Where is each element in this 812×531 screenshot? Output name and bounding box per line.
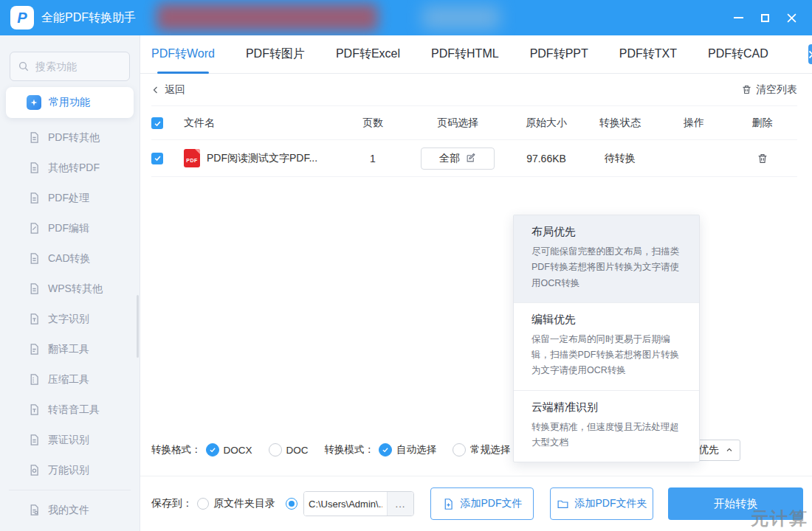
pref-option-layout-priority[interactable]: 布局优先 尽可能保留完整的图文布局，扫描类PDF转换若想将图片转换为文字请使用O… xyxy=(514,215,699,303)
table-row: PDF PDF阅读测试文字PDF... 1 全部 97.66KB 待转换 xyxy=(151,140,797,177)
tab-pdf-to-excel[interactable]: PDF转Excel xyxy=(336,35,400,74)
add-pdf-file-button[interactable]: 添加PDF文件 xyxy=(430,487,534,520)
sidebar-item-ticket-recognition[interactable]: 票证识别 xyxy=(0,425,140,455)
col-header-status: 转换状态 xyxy=(599,117,641,130)
app-title: 全能PDF转换助手 xyxy=(41,0,136,35)
col-header-action: 操作 xyxy=(684,117,704,130)
sidebar-item-pdf-edit[interactable]: PDF编辑 xyxy=(0,213,140,243)
preference-dropdown-panel: 布局优先 尽可能保留完整的图文布局，扫描类PDF转换若想将图片转换为文字请使用O… xyxy=(513,215,700,462)
sidebar-item-common-functions[interactable]: 常用功能 xyxy=(6,87,134,118)
to-speech-tool-icon xyxy=(28,403,41,416)
sidebar-item-label: CAD转换 xyxy=(48,252,91,266)
delete-row-button[interactable] xyxy=(757,153,768,164)
pref-option-desc: 保留一定布局的同时更易于后期编辑，扫描类PDF转换若想将图片转换为文字请使用OC… xyxy=(531,332,681,379)
trash-icon xyxy=(741,84,752,95)
sidebar-item-label: 万能识别 xyxy=(48,464,89,477)
format-label: 转换格式： xyxy=(151,443,202,457)
mode-option-auto[interactable]: 自动选择 xyxy=(379,443,436,457)
pdf-file-icon: PDF xyxy=(184,149,200,167)
radio-checked-icon xyxy=(206,443,219,457)
add-pdf-file-label: 添加PDF文件 xyxy=(461,497,523,510)
pref-option-edit-priority[interactable]: 编辑优先 保留一定布局的同时更易于后期编辑，扫描类PDF转换若想将图片转换为文字… xyxy=(514,303,699,391)
clear-list-label: 清空列表 xyxy=(756,83,797,97)
close-window-button[interactable] xyxy=(778,4,805,31)
mode-option-normal[interactable]: 常规选择 xyxy=(453,443,510,457)
sidebar-item-universal-recognition[interactable]: 万能识别 xyxy=(0,455,140,485)
col-header-page-select: 页码选择 xyxy=(437,117,478,130)
sidebar-item-other-to-pdf[interactable]: 其他转PDF xyxy=(0,153,140,183)
sidebar-nav: 常用功能 PDF转其他 其他转PDF PDF处理 PDF编辑 CAD转换 xyxy=(0,87,140,525)
row-checkbox[interactable] xyxy=(151,153,163,164)
back-button[interactable]: 返回 xyxy=(151,83,185,97)
format-option-doc[interactable]: DOC xyxy=(269,443,309,457)
watermark: 元计算 xyxy=(751,507,808,530)
close-icon xyxy=(808,50,812,59)
sidebar-item-label: 文字识别 xyxy=(48,313,89,326)
file-size: 97.66KB xyxy=(526,153,566,164)
tab-pdf-to-html[interactable]: PDF转HTML xyxy=(431,35,499,74)
check-icon xyxy=(154,154,162,162)
format-option-docx[interactable]: DOCX xyxy=(206,443,252,457)
logo-letter: P xyxy=(17,10,27,27)
pref-option-desc: 尽可能保留完整的图文布局，扫描类PDF转换若想将图片转换为文字请使用OCR转换 xyxy=(531,244,681,291)
close-panel-button[interactable] xyxy=(808,44,812,64)
select-all-checkbox[interactable] xyxy=(151,117,163,129)
tab-pdf-to-cad[interactable]: PDF转CAD xyxy=(708,35,768,74)
blurred-banner-secondary xyxy=(422,6,500,30)
add-pdf-folder-button[interactable]: 添加PDF文件夹 xyxy=(550,487,653,520)
col-header-pages: 页数 xyxy=(362,117,383,130)
maximize-icon xyxy=(761,14,769,22)
sidebar-scrollbar[interactable] xyxy=(137,295,139,358)
tab-pdf-to-ppt[interactable]: PDF转PPT xyxy=(530,35,588,74)
text-recognition-icon xyxy=(28,313,41,325)
ticket-recognition-icon xyxy=(28,434,41,446)
sidebar-item-to-speech-tool[interactable]: 转语音工具 xyxy=(0,395,140,425)
save-original-radio[interactable] xyxy=(197,498,209,510)
sidebar-item-my-files[interactable]: 我的文件 xyxy=(0,495,140,525)
tab-pdf-to-word[interactable]: PDF转Word xyxy=(151,35,215,74)
sidebar-item-label: 压缩工具 xyxy=(48,373,89,386)
file-name-cell: PDF PDF阅读测试文字PDF... xyxy=(184,149,343,167)
sidebar-item-text-recognition[interactable]: 文字识别 xyxy=(0,304,140,334)
add-pdf-folder-label: 添加PDF文件夹 xyxy=(575,497,647,510)
sidebar-item-translate-tool[interactable]: 翻译工具 xyxy=(0,334,140,364)
mode-option-label: 自动选择 xyxy=(396,443,436,457)
pref-option-title: 布局优先 xyxy=(531,225,681,239)
list-toolbar: 返回 清空列表 xyxy=(151,74,797,106)
sidebar-item-wps-to-other[interactable]: WPS转其他 xyxy=(0,274,140,304)
sidebar-item-pdf-process[interactable]: PDF处理 xyxy=(0,183,140,213)
universal-recognition-icon xyxy=(28,464,41,476)
minimize-button[interactable] xyxy=(725,4,751,31)
search-box[interactable] xyxy=(10,52,130,81)
browse-path-button[interactable]: ... xyxy=(387,492,413,516)
sidebar-item-label: 翻译工具 xyxy=(48,343,89,356)
radio-unchecked-icon xyxy=(453,443,466,457)
save-path-input[interactable] xyxy=(304,492,387,516)
sidebar-item-label: PDF编辑 xyxy=(48,222,89,235)
maximize-button[interactable] xyxy=(751,4,778,31)
page-select-button[interactable]: 全部 xyxy=(421,148,495,170)
radio-unchecked-icon xyxy=(269,443,282,457)
mode-option-label: 常规选择 xyxy=(470,443,510,457)
tab-pdf-to-txt[interactable]: PDF转TXT xyxy=(619,35,677,74)
common-functions-icon xyxy=(27,95,41,110)
sidebar-item-cad-convert[interactable]: CAD转换 xyxy=(0,243,140,274)
pdf-edit-icon xyxy=(28,222,41,235)
pref-option-cloud-recognition[interactable]: 云端精准识别 转换更精准，但速度慢且无法处理超大型文档 xyxy=(514,391,699,462)
file-pages: 1 xyxy=(370,153,376,164)
save-custom-radio[interactable] xyxy=(286,498,297,510)
sidebar-item-compress-tool[interactable]: 压缩工具 xyxy=(0,364,140,395)
table-header: 文件名 页数 页码选择 原始大小 转换状态 操作 删除 xyxy=(151,107,797,140)
mode-label: 转换模式： xyxy=(325,443,375,457)
sidebar-item-label: 转语音工具 xyxy=(48,403,100,417)
search-input[interactable] xyxy=(35,60,109,72)
pref-option-title: 编辑优先 xyxy=(531,313,681,327)
tab-pdf-to-image[interactable]: PDF转图片 xyxy=(246,35,305,74)
sidebar-item-pdf-to-other[interactable]: PDF转其他 xyxy=(0,122,140,153)
sidebar-item-label: 其他转PDF xyxy=(48,162,100,175)
clear-list-button[interactable]: 清空列表 xyxy=(741,83,797,97)
main-panel: PDF转Word PDF转图片 PDF转Excel PDF转HTML PDF转P… xyxy=(140,35,812,531)
save-to-label: 保存到： xyxy=(151,497,193,510)
save-path-box: ... xyxy=(303,491,414,516)
format-option-label: DOCX xyxy=(224,445,252,456)
